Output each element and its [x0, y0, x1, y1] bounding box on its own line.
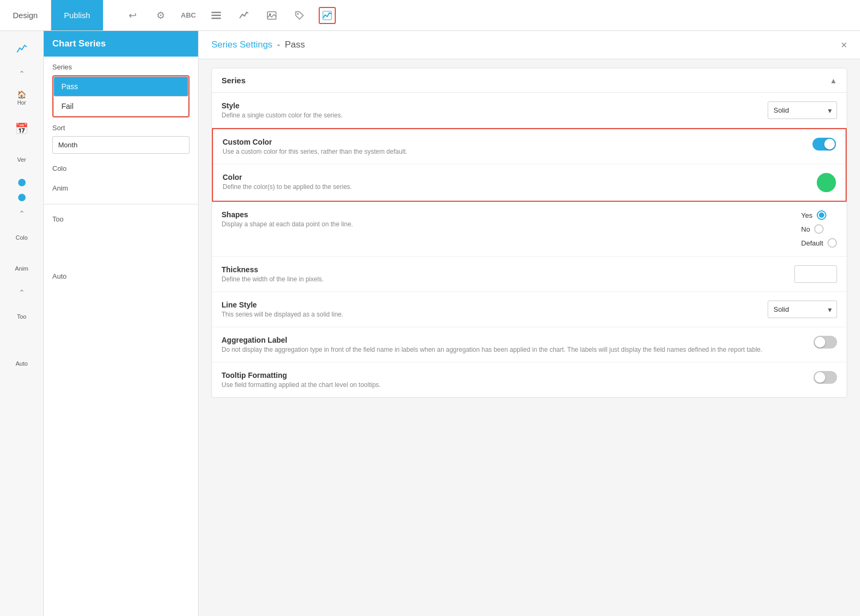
svg-rect-0	[211, 12, 221, 13]
color-label: Color	[223, 173, 806, 181]
sort-label: Sort	[52, 124, 190, 132]
tooltip-formatting-toggle[interactable]	[814, 371, 837, 384]
series-list-box: Pass Fail	[52, 75, 190, 117]
chart-series-header: Chart Series	[44, 31, 198, 57]
settings-title: Series Settings - Pass	[211, 40, 305, 50]
aggregation-label: Aggregation Label	[222, 336, 803, 344]
shapes-no-option[interactable]: No	[801, 224, 837, 234]
color-row: Color Define the color(s) to be applied …	[213, 164, 846, 201]
list-icon[interactable]	[208, 7, 225, 24]
custom-color-label: Custom Color	[223, 138, 802, 146]
tool-label: Too	[52, 215, 190, 223]
aggregation-label-row: Aggregation Label Do not display the agg…	[212, 327, 847, 362]
shapes-desc: Display a shape at each data point on th…	[222, 220, 791, 228]
tool-section: Too	[44, 209, 198, 234]
tooltip-formatting-label: Tooltip Formatting	[222, 371, 803, 380]
close-button[interactable]: ×	[841, 40, 847, 50]
color-section: Colo	[44, 160, 198, 180]
color-circle[interactable]	[817, 173, 836, 192]
shapes-yes-option[interactable]: Yes	[801, 210, 837, 220]
line-style-select-wrapper: Solid Dashed Dotted	[768, 301, 837, 318]
shapes-default-label: Default	[801, 239, 823, 247]
shapes-default-radio[interactable]	[827, 238, 837, 248]
auto-label: Auto	[52, 272, 190, 280]
series-item-fail[interactable]: Fail	[53, 97, 188, 116]
sidebar-dot-2	[18, 194, 26, 201]
undo-icon[interactable]: ↩	[124, 7, 141, 24]
thickness-row: Thickness Define the width of the line i…	[212, 257, 847, 292]
tab-design[interactable]: Design	[0, 0, 51, 30]
line-style-desc: This series will be displayed as a solid…	[222, 311, 757, 318]
style-row: Style Define a single custom color for t…	[212, 93, 847, 128]
sidebar-chevron-up-1[interactable]: ⌃	[0, 69, 43, 78]
chart-line-icon[interactable]	[235, 7, 253, 24]
settings-title-link[interactable]: Series Settings	[211, 40, 272, 50]
style-select[interactable]: Solid Dashed Dotted	[768, 101, 837, 119]
tab-publish[interactable]: Publish	[51, 0, 103, 30]
aggregation-desc: Do not display the aggregation type in f…	[222, 346, 803, 353]
top-nav: Design Publish ↩ ⚙ ABC	[0, 0, 860, 31]
sort-input[interactable]	[52, 136, 190, 154]
sidebar-tool-icon[interactable]: Too	[6, 303, 38, 330]
shapes-radio-group: Yes No Default	[801, 210, 837, 248]
shapes-no-radio[interactable]	[814, 224, 824, 234]
settings-header: Series Settings - Pass ×	[199, 31, 860, 59]
series-section-header[interactable]: Series ▲	[212, 68, 847, 93]
chart-series-panel: Chart Series Series Pass Fail Sort Colo …	[44, 31, 199, 616]
series-item-pass[interactable]: Pass	[53, 76, 188, 97]
settings-title-separator: -	[277, 40, 280, 50]
sidebar-chevron-up-3[interactable]: ⌃	[0, 288, 43, 297]
series-section-label: Series	[44, 57, 198, 75]
image-icon[interactable]	[263, 7, 280, 24]
sidebar-vert-icon[interactable]: Ver	[6, 146, 38, 173]
icon-sidebar: ⌃ 🏠 Hor 📅 Ver ⌃ Colo Anim ⌃ Too Auto	[0, 31, 44, 616]
color-desc: Define the color(s) to be applied to the…	[223, 183, 806, 191]
settings-content: Series ▲ Style Define a single custom co…	[199, 68, 860, 410]
thickness-label: Thickness	[222, 265, 784, 274]
line-style-row: Line Style This series will be displayed…	[212, 292, 847, 327]
sidebar-anim-icon[interactable]: Anim	[6, 255, 38, 282]
svg-rect-2	[211, 18, 221, 19]
settings-icon[interactable]: ⚙	[152, 7, 169, 24]
sidebar-auto-icon[interactable]: Auto	[6, 350, 38, 377]
thickness-input[interactable]	[794, 265, 837, 283]
shapes-no-label: No	[801, 225, 810, 233]
shapes-yes-radio[interactable]	[817, 210, 826, 220]
main-layout: ⌃ 🏠 Hor 📅 Ver ⌃ Colo Anim ⌃ Too Auto	[0, 31, 860, 616]
thickness-desc: Define the width of the line in pixels.	[222, 275, 784, 283]
anim-label: Anim	[52, 184, 190, 192]
custom-color-toggle[interactable]	[812, 138, 836, 151]
tag-icon[interactable]	[291, 7, 308, 24]
tooltip-formatting-desc: Use field formatting applied at the char…	[222, 381, 803, 389]
chart-active-icon[interactable]	[319, 7, 336, 24]
shapes-row: Shapes Display a shape at each data poin…	[212, 202, 847, 257]
line-style-select[interactable]: Solid Dashed Dotted	[768, 301, 837, 318]
text-icon[interactable]: ABC	[180, 7, 197, 24]
custom-color-desc: Use a custom color for this series, rath…	[223, 148, 802, 155]
style-select-wrapper: Solid Dashed Dotted	[768, 101, 837, 119]
aggregation-toggle[interactable]	[814, 336, 837, 349]
shapes-label: Shapes	[222, 210, 791, 219]
style-desc: Define a single custom color for the ser…	[222, 112, 757, 119]
tooltip-formatting-row: Tooltip Formatting Use field formatting …	[212, 362, 847, 397]
sidebar-dot-1	[18, 179, 26, 186]
color-section-label: Colo	[52, 164, 190, 172]
sidebar-chart-icon[interactable]	[6, 36, 38, 63]
sort-section: Sort	[44, 117, 198, 160]
series-list: Pass Fail	[44, 75, 198, 117]
custom-color-row: Custom Color Use a custom color for this…	[213, 129, 846, 164]
series-section: Series ▲ Style Define a single custom co…	[211, 68, 847, 398]
sidebar-calendar-icon[interactable]: 📅	[6, 115, 38, 142]
line-style-label: Line Style	[222, 301, 757, 309]
style-label: Style	[222, 101, 757, 110]
auto-section: Auto	[44, 266, 198, 291]
custom-color-section: Custom Color Use a custom color for this…	[212, 128, 847, 202]
sidebar-home-icon[interactable]: 🏠 Hor	[6, 84, 38, 111]
svg-point-5	[297, 13, 298, 14]
sidebar-col-icon[interactable]: Colo	[6, 224, 38, 251]
series-section-title: Series	[222, 76, 246, 85]
shapes-default-option[interactable]: Default	[801, 238, 837, 248]
sidebar-chevron-up-2[interactable]: ⌃	[0, 209, 43, 218]
toolbar: ↩ ⚙ ABC	[124, 7, 336, 24]
series-settings-panel: Series Settings - Pass × Series ▲ Style …	[199, 31, 860, 616]
